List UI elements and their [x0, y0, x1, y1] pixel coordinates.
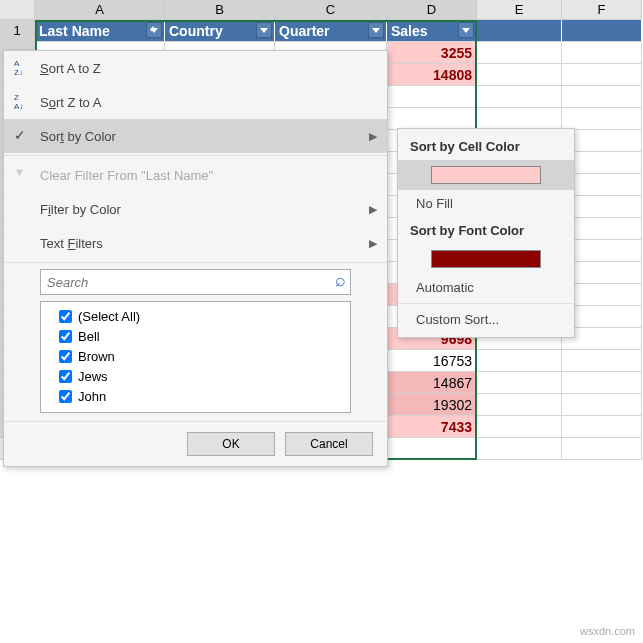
autofilter-menu: SSort A to Zort A to Z Sort Z to A Sort …: [3, 50, 388, 467]
col-header-c[interactable]: C: [275, 0, 387, 20]
cell-color-pink[interactable]: [398, 160, 574, 190]
select-all-corner[interactable]: [0, 0, 35, 20]
sort-ascending-icon: [12, 59, 30, 77]
sort-by-font-color-heading: Sort by Font Color: [398, 217, 574, 244]
sales-cell[interactable]: 3255: [387, 42, 477, 64]
font-color-automatic[interactable]: Automatic: [398, 274, 574, 301]
filter-checkbox[interactable]: [59, 390, 72, 403]
filter-value-label: (Select All): [78, 309, 140, 324]
header-last-name: Last Name: [35, 20, 165, 42]
col-header-d[interactable]: D: [387, 0, 477, 20]
col-header-a[interactable]: A: [35, 0, 165, 20]
font-color-darkred[interactable]: [398, 244, 574, 274]
text-filters[interactable]: Text Filters▶: [4, 226, 387, 260]
filter-button-country[interactable]: [256, 22, 272, 38]
filter-button-quarter[interactable]: [368, 22, 384, 38]
header-sales-label: Sales: [391, 23, 428, 39]
header-quarter: Quarter: [275, 20, 387, 42]
separator: [4, 155, 387, 156]
header-last-name-label: Last Name: [39, 23, 110, 39]
submenu-arrow-icon: ▶: [369, 203, 377, 216]
cancel-button[interactable]: Cancel: [285, 432, 373, 456]
separator: [398, 303, 574, 304]
sales-cell[interactable]: 16753: [387, 350, 477, 372]
filter-value-label: John: [78, 389, 106, 404]
ok-button[interactable]: OK: [187, 432, 275, 456]
col-header-e[interactable]: E: [477, 0, 562, 20]
color-swatch-pink: [431, 166, 541, 184]
filter-values-list[interactable]: (Select All)BellBrownJewsJohn: [40, 301, 351, 413]
col-header-b[interactable]: B: [165, 0, 275, 20]
submenu-arrow-icon: ▶: [369, 130, 377, 143]
cell-sales[interactable]: 7433: [387, 416, 477, 438]
cell-sales[interactable]: 14867: [387, 372, 477, 394]
submenu-arrow-icon: ▶: [369, 237, 377, 250]
filter-checkbox[interactable]: [59, 370, 72, 383]
filter-checkbox[interactable]: [59, 350, 72, 363]
filter-checkbox[interactable]: [59, 330, 72, 343]
filter-value-label: Bell: [78, 329, 100, 344]
col-header-f[interactable]: F: [562, 0, 642, 20]
watermark: wsxdn.com: [580, 625, 635, 637]
row-number-1[interactable]: 1: [0, 20, 35, 42]
header-country-label: Country: [169, 23, 223, 39]
clear-filter-label: Clear Filter From "Last Name": [40, 168, 213, 183]
sort-z-to-a[interactable]: Sort Z to A: [4, 85, 387, 119]
sort-descending-icon: [12, 93, 30, 111]
filter-value-item[interactable]: Bell: [45, 326, 346, 346]
filter-value-item[interactable]: Brown: [45, 346, 346, 366]
sales-cell[interactable]: 14808: [387, 64, 477, 86]
header-quarter-label: Quarter: [279, 23, 330, 39]
check-icon: [12, 127, 30, 145]
filter-value-item[interactable]: John: [45, 386, 346, 406]
filter-value-label: Brown: [78, 349, 115, 364]
filter-value-item[interactable]: Jews: [45, 366, 346, 386]
cell-e1[interactable]: [477, 20, 562, 42]
filter-button-sales[interactable]: [458, 22, 474, 38]
cell-sales[interactable]: 19302: [387, 394, 477, 416]
sort-by-color[interactable]: Sort by Color▶: [4, 119, 387, 153]
filter-value-label: Jews: [78, 369, 108, 384]
color-swatch-darkred: [431, 250, 541, 268]
sort-by-cell-color-heading: Sort by Cell Color: [398, 133, 574, 160]
cell-color-no-fill[interactable]: No Fill: [398, 190, 574, 217]
clear-filter-icon: [12, 166, 30, 184]
filter-button-last-name[interactable]: [146, 22, 162, 38]
sort-by-color-submenu: Sort by Cell Color No Fill Sort by Font …: [397, 128, 575, 338]
separator: [4, 262, 387, 263]
filter-search-box[interactable]: [40, 269, 351, 295]
clear-filter: Clear Filter From "Last Name": [4, 158, 387, 192]
header-country: Country: [165, 20, 275, 42]
custom-sort[interactable]: Custom Sort...: [398, 306, 574, 333]
sort-a-to-z[interactable]: SSort A to Zort A to Z: [4, 51, 387, 85]
filter-checkbox[interactable]: [59, 310, 72, 323]
filter-value-item[interactable]: (Select All): [45, 306, 346, 326]
header-sales: Sales: [387, 20, 477, 42]
filter-by-color[interactable]: Filter by Color▶: [4, 192, 387, 226]
cell-f1[interactable]: [562, 20, 642, 42]
search-input[interactable]: [47, 275, 344, 290]
